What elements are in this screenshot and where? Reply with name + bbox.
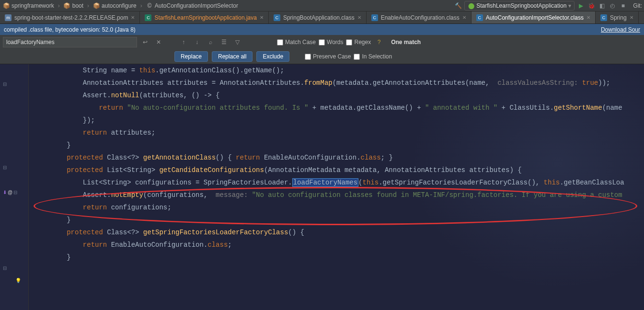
words-checkbox[interactable]: Words	[319, 39, 343, 46]
package-icon: 📦	[93, 2, 100, 9]
code-line[interactable]: return "No auto-configuration attributes…	[29, 102, 644, 114]
tab-label: AutoConfigurationImportSelector.class	[486, 14, 584, 21]
code-line[interactable]: protected List<String> getCandidateConfi…	[29, 164, 644, 176]
next-match-icon[interactable]: ↓	[192, 37, 202, 47]
editor-tab[interactable]: CSpring✕	[596, 11, 639, 23]
replace-all-button[interactable]: Replace all	[212, 51, 253, 62]
breadcrumb-bar: 📦 springframework › 📦 boot › 📦 autoconfi…	[0, 0, 644, 11]
chevron-right-icon: ›	[57, 2, 61, 9]
coverage-icon[interactable]: ◧	[598, 1, 606, 10]
select-all-icon[interactable]: ☰	[218, 37, 229, 47]
run-config-label: StarfishLearnSpringbootApplication	[476, 2, 566, 9]
download-sources-link[interactable]: Download Sour	[601, 26, 640, 33]
exclude-button[interactable]: Exclude	[256, 51, 289, 62]
code-line[interactable]: Assert.notEmpty(configurations, message:…	[29, 189, 644, 201]
close-icon[interactable]: ✕	[357, 15, 361, 20]
tab-label: SpringBootApplication.class	[283, 14, 355, 21]
spring-icon: ⬤	[468, 2, 474, 9]
find-all-icon[interactable]: ⌕	[205, 37, 216, 47]
history-icon[interactable]: ↩	[140, 37, 150, 47]
breadcrumb-seg[interactable]: 📦 springframework	[2, 2, 55, 9]
chevron-right-icon: ›	[139, 2, 143, 9]
search-input[interactable]	[3, 37, 137, 47]
editor-tab[interactable]: CStarfishLearnSpringbootApplication.java…	[140, 11, 268, 23]
close-icon[interactable]: ✕	[153, 37, 164, 47]
build-icon[interactable]: 🔨	[454, 1, 462, 10]
fold-icon[interactable]: ⊟	[3, 81, 7, 87]
code-line[interactable]: return configurations;	[29, 201, 644, 214]
close-icon[interactable]: ✕	[131, 15, 135, 20]
checkbox-label: Words	[327, 39, 343, 46]
code-line[interactable]: Assert.notNull(attributes, () -> {	[29, 89, 644, 102]
stop-icon[interactable]: ■	[619, 1, 627, 10]
code-editor[interactable]: ⊟ ⊟ ⬇ @ ⊟ ⊟ 💡 String name = this.getAnno…	[0, 64, 644, 310]
code-content[interactable]: String name = this.getAnnotationClass().…	[29, 64, 644, 310]
breadcrumb-label: boot	[72, 2, 83, 9]
bulb-icon[interactable]: 💡	[15, 278, 21, 283]
tab-label: spring-boot-starter-test-2.2.2.RELEASE.p…	[14, 14, 128, 21]
fold-icon[interactable]: ⊟	[3, 265, 7, 271]
checkbox-label: In Selection	[362, 53, 392, 60]
breadcrumb-seg[interactable]: 📦 boot	[63, 2, 84, 9]
tab-label: Spring	[610, 14, 627, 21]
preserve-case-checkbox[interactable]: Preserve Case	[305, 53, 351, 60]
filter-icon[interactable]: ▽	[232, 37, 242, 47]
fold-icon[interactable]: ⊟	[3, 165, 7, 170]
chevron-right-icon: ›	[86, 2, 90, 9]
editor-tab[interactable]: CAutoConfigurationImportSelector.class✕	[472, 11, 596, 23]
editor-tab[interactable]: CEnableAutoConfiguration.class✕	[367, 11, 472, 23]
checkbox-label: Match Case	[285, 39, 316, 46]
editor-tabs: mspring-boot-starter-test-2.2.2.RELEASE.…	[0, 11, 644, 24]
profile-icon[interactable]: ◴	[608, 1, 617, 10]
replace-button[interactable]: Replace	[174, 51, 208, 62]
breadcrumb-label: autoconfigure	[102, 2, 137, 9]
code-line[interactable]: return EnableAutoConfiguration.class;	[29, 239, 644, 251]
class-icon: ©	[146, 2, 153, 9]
breadcrumb-label: AutoConfigurationImportSelector	[155, 2, 238, 9]
debug-icon[interactable]: 🐞	[587, 1, 596, 10]
close-icon[interactable]: ✕	[586, 15, 590, 20]
java-class-icon: C	[274, 14, 280, 21]
help-icon[interactable]: ?	[374, 37, 384, 47]
editor-tab[interactable]: mspring-boot-starter-test-2.2.2.RELEASE.…	[0, 11, 140, 23]
close-icon[interactable]: ✕	[260, 15, 264, 20]
fold-icon[interactable]: ⊟	[13, 190, 17, 195]
prev-match-icon[interactable]: ↑	[178, 37, 189, 47]
breadcrumb-seg[interactable]: 📦 autoconfigure	[92, 2, 138, 9]
code-line[interactable]: }	[29, 251, 644, 264]
tab-label: StarfishLearnSpringbootApplication.java	[154, 14, 256, 21]
xml-file-icon: m	[5, 14, 12, 21]
regex-checkbox[interactable]: Regex	[346, 39, 371, 46]
tab-label: EnableAutoConfiguration.class	[381, 14, 460, 21]
code-line[interactable]: String name = this.getAnnotationClass().…	[29, 64, 644, 77]
find-replace-bar: ↩ ✕ ↑ ↓ ⌕ ☰ ▽ Match Case Words Regex ? O…	[0, 35, 644, 64]
code-line[interactable]: protected Class<?> getSpringFactoriesLoa…	[29, 226, 644, 239]
code-line[interactable]: });	[29, 114, 644, 126]
breadcrumb-seg[interactable]: © AutoConfigurationImportSelector	[145, 2, 239, 9]
close-icon[interactable]: ✕	[630, 15, 633, 20]
package-icon: 📦	[3, 2, 10, 9]
code-line[interactable]: protected Class<?> getAnnotationClass() …	[29, 151, 644, 164]
notice-text: compiled .class file, bytecode version: …	[4, 26, 136, 33]
code-line[interactable]: return attributes;	[29, 126, 644, 139]
close-icon[interactable]: ✕	[462, 15, 466, 20]
run-icon[interactable]: ▶	[576, 1, 585, 10]
editor-gutter[interactable]: ⊟ ⊟ ⬇ @ ⊟ ⊟ 💡	[0, 64, 29, 310]
git-label: Git:	[633, 2, 642, 9]
match-case-checkbox[interactable]: Match Case	[277, 39, 316, 46]
editor-tab[interactable]: CSpringBootApplication.class✕	[269, 11, 367, 23]
in-selection-checkbox[interactable]: In Selection	[354, 53, 392, 60]
java-class-icon: C	[600, 14, 607, 21]
java-class-icon: C	[476, 14, 483, 21]
code-line[interactable]: AnnotationAttributes attributes = Annota…	[29, 77, 644, 89]
code-line[interactable]: }	[29, 139, 644, 151]
code-line[interactable]: List<String> configurations = SpringFact…	[29, 176, 644, 189]
package-icon: 📦	[64, 2, 70, 9]
chevron-down-icon: ▾	[568, 2, 571, 9]
breadcrumb-label: springframework	[12, 2, 54, 9]
decompiled-notice: compiled .class file, bytecode version: …	[0, 24, 644, 35]
run-config-selector[interactable]: ⬤ StarfishLearnSpringbootApplication ▾	[464, 1, 575, 11]
code-line[interactable]: }	[29, 214, 644, 226]
java-class-icon: C	[145, 14, 151, 21]
override-icon[interactable]: ⬇	[3, 190, 7, 195]
